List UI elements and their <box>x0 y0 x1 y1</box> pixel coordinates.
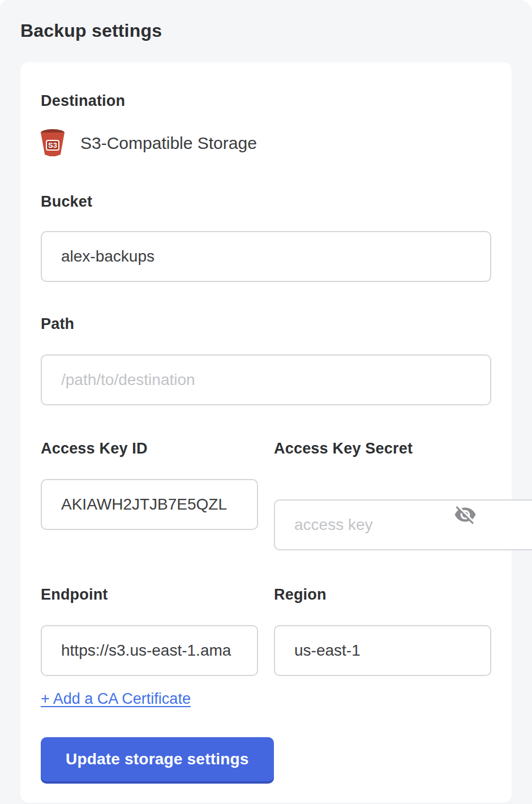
access-keys-label-row: Access Key ID Access Key Secret <box>41 439 491 457</box>
endpoint-label: Endpoint <box>41 585 258 604</box>
s3-bucket-body: S3 <box>41 132 65 156</box>
bucket-label: Bucket <box>41 193 491 211</box>
access-key-id-input[interactable] <box>41 479 258 530</box>
update-storage-settings-button[interactable]: Update storage settings <box>41 737 274 781</box>
access-key-secret-input[interactable] <box>274 499 532 550</box>
access-key-secret-label: Access Key Secret <box>274 439 491 457</box>
region-label: Region <box>274 585 491 604</box>
access-keys-input-row <box>41 479 491 550</box>
toggle-secret-visibility-button[interactable] <box>453 502 478 527</box>
destination-value: S3-Compatible Storage <box>80 134 257 153</box>
endpoint-region-label-row: Endpoint Region <box>41 585 491 604</box>
destination-label: Destination <box>41 92 491 110</box>
bucket-input[interactable] <box>41 231 491 282</box>
path-input[interactable] <box>41 354 491 405</box>
destination-value-row: S3 S3-Compatible Storage <box>41 129 491 157</box>
access-key-id-label: Access Key ID <box>41 439 258 457</box>
eye-off-icon <box>454 503 477 526</box>
endpoint-input[interactable] <box>41 625 258 676</box>
s3-bucket-icon: S3 <box>41 129 65 157</box>
s3-icon-label: S3 <box>46 140 59 151</box>
backup-settings-page: Backup settings Destination S3 S3-Compat… <box>0 0 532 804</box>
page-title: Backup settings <box>20 19 512 42</box>
endpoint-region-input-row <box>41 625 491 676</box>
add-ca-certificate-link[interactable]: + Add a CA Certificate <box>41 690 191 708</box>
backup-settings-card: Destination S3 S3-Compatible Storage Buc… <box>20 62 512 803</box>
path-label: Path <box>41 315 491 333</box>
region-input[interactable] <box>274 625 491 676</box>
